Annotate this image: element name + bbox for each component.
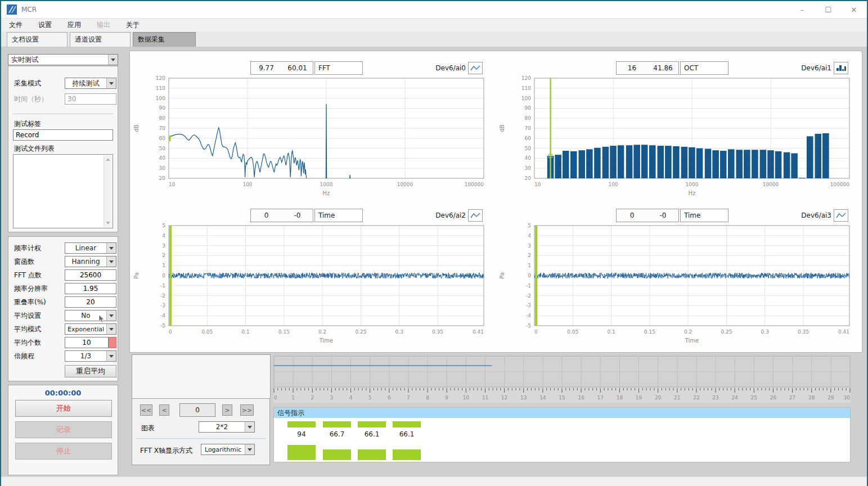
fft-points-input[interactable]	[65, 269, 116, 281]
svg-text:10: 10	[534, 182, 541, 187]
svg-text:100000: 100000	[830, 182, 850, 187]
svg-text:Pa: Pa	[133, 272, 140, 279]
chevron-down-icon	[245, 444, 254, 454]
svg-text:0.41: 0.41	[838, 329, 849, 335]
svg-text:3: 3	[528, 243, 531, 249]
scroll-down-icon[interactable]	[104, 219, 112, 227]
fft-xaxis-mode-select[interactable]: Logarithmic	[201, 444, 255, 455]
line-chart-icon[interactable]	[468, 209, 483, 222]
time-ai3-plot[interactable]: -5-4-3-2-101234500.050.10.150.20.250.30.…	[496, 223, 862, 346]
svg-text:120: 120	[521, 76, 531, 81]
svg-text:27: 27	[789, 395, 795, 400]
time-ai2-cursor-readout: 0 -0	[250, 209, 313, 222]
signal-value: 66.1	[358, 430, 386, 438]
acq-mode-label: 采集模式	[14, 78, 41, 89]
avg-mode-select[interactable]: Exponential	[65, 323, 116, 335]
acquisition-group: 采集模式 持续测试 时间（秒） 测试标签 测试文件列表	[8, 66, 118, 232]
status-strip	[1, 476, 867, 486]
avg-count-input[interactable]	[65, 337, 109, 348]
menu-application[interactable]: 应用	[60, 20, 89, 30]
nav-first-button[interactable]: <<	[140, 404, 152, 416]
chevron-down-icon	[106, 310, 116, 321]
restart-average-button[interactable]: 重启平均	[65, 365, 116, 377]
tab-data-acquisition[interactable]: 数据采集	[133, 32, 196, 47]
fft-params-group: 频率计权 Linear 窗函数 Hanning FFT 点数 频率分辨率 重叠率…	[8, 236, 118, 381]
svg-text:30: 30	[844, 395, 851, 400]
avg-count-label: 平均个数	[14, 337, 41, 348]
freq-weighting-select[interactable]: Linear	[65, 242, 116, 254]
divider	[136, 438, 266, 439]
elapsed-timer: 00:00:00	[8, 389, 118, 397]
svg-text:50: 50	[159, 146, 166, 151]
tab-channel-settings[interactable]: 通道设置	[70, 32, 131, 47]
stop-button: 停止	[15, 443, 112, 460]
fft-type-box[interactable]: FFT	[314, 61, 363, 75]
minimize-button[interactable]: –	[789, 1, 815, 18]
fft-plot[interactable]: 2030405060708090100110120101001000100001…	[131, 76, 496, 199]
time-ai3-type-box[interactable]: Time	[680, 209, 728, 222]
maximize-button[interactable]: ☐	[815, 1, 841, 18]
menu-settings[interactable]: 设置	[30, 20, 60, 30]
listbox-scrollbar[interactable]	[104, 155, 112, 227]
nav-next-button[interactable]: >	[222, 404, 232, 416]
time-ai2-type-box[interactable]: Time	[314, 209, 363, 222]
svg-text:70: 70	[525, 125, 532, 131]
svg-text:3: 3	[162, 243, 165, 249]
chart-layout-select[interactable]: 2*2	[199, 421, 255, 433]
svg-text:0.15: 0.15	[278, 329, 290, 335]
bar-chart-icon[interactable]	[834, 62, 848, 74]
start-button[interactable]: 开始	[15, 400, 112, 417]
freq-weighting-label: 频率计权	[14, 242, 41, 254]
nav-last-button[interactable]: >>	[240, 404, 254, 416]
oct-chart: 16 41.86 OCT Dev6/ai1 203040506070809010…	[496, 61, 862, 199]
window-title: MCR	[21, 6, 37, 14]
tab-document-settings[interactable]: 文档设置	[7, 32, 68, 47]
freq-resolution-input[interactable]	[65, 283, 116, 294]
charts-container: 9.77 60.01 FFT Dev6/ai0 2030405060708090…	[129, 51, 862, 353]
menu-file[interactable]: 文件	[1, 20, 30, 30]
line-chart-icon[interactable]	[834, 209, 848, 222]
signal-indicator-panel: 信号指示 94 66.7 66.1 66.1	[273, 407, 851, 462]
oct-type-box[interactable]: OCT	[680, 61, 728, 75]
svg-text:4: 4	[162, 233, 165, 238]
menu-bar: 文件 设置 应用 输出 关于	[1, 18, 867, 32]
svg-text:0.15: 0.15	[644, 329, 655, 335]
chevron-down-icon	[106, 78, 116, 88]
svg-text:0: 0	[528, 273, 531, 278]
freq-resolution-label: 频率分辨率	[14, 283, 48, 294]
window-func-label: 窗函数	[14, 256, 34, 267]
measure-mode-select[interactable]: 实时测试	[8, 54, 118, 65]
test-file-listbox[interactable]	[13, 154, 113, 228]
main-content: 实时测试 采集模式 持续测试 时间（秒） 测试标签 测试文件列表	[1, 47, 867, 476]
octave-select[interactable]: 1/3	[65, 350, 116, 362]
time-ai2-plot[interactable]: -5-4-3-2-101234500.050.10.150.20.250.30.…	[131, 223, 496, 346]
overlap-input[interactable]	[65, 296, 116, 308]
menu-about[interactable]: 关于	[118, 20, 147, 30]
svg-text:-1: -1	[160, 283, 165, 289]
oct-plot[interactable]: 2030405060708090100110120101001000100001…	[496, 76, 862, 199]
svg-text:1000: 1000	[320, 182, 333, 187]
svg-text:1: 1	[528, 263, 531, 268]
time-seconds-label: 时间（秒）	[14, 93, 48, 105]
svg-text:120: 120	[156, 76, 165, 81]
scroll-up-icon[interactable]	[104, 155, 112, 164]
acq-mode-select[interactable]: 持续测试	[65, 78, 116, 89]
test-label-input[interactable]	[13, 129, 113, 141]
svg-text:Hz: Hz	[689, 190, 696, 196]
avg-setting-select[interactable]: No	[65, 310, 116, 321]
nav-index-value[interactable]: 0	[179, 403, 215, 417]
svg-text:12: 12	[501, 395, 507, 400]
svg-text:100000: 100000	[465, 182, 484, 187]
nav-prev-button[interactable]: <	[159, 404, 169, 416]
svg-text:0.3: 0.3	[761, 329, 769, 335]
close-button[interactable]: ✕	[841, 1, 867, 18]
time-chart-ai3: 0 -0 Time Dev6/ai3 -5-4-3-2-101234500.05…	[496, 209, 862, 346]
svg-text:10: 10	[169, 182, 176, 187]
record-timeline[interactable]: 0123456789101112131415161718192021222324…	[273, 356, 851, 403]
window-func-select[interactable]: Hanning	[65, 256, 116, 267]
svg-text:0.2: 0.2	[684, 329, 692, 335]
line-chart-icon[interactable]	[468, 62, 483, 74]
svg-text:60: 60	[525, 136, 532, 141]
svg-text:24: 24	[731, 395, 738, 400]
svg-text:1: 1	[291, 395, 295, 400]
